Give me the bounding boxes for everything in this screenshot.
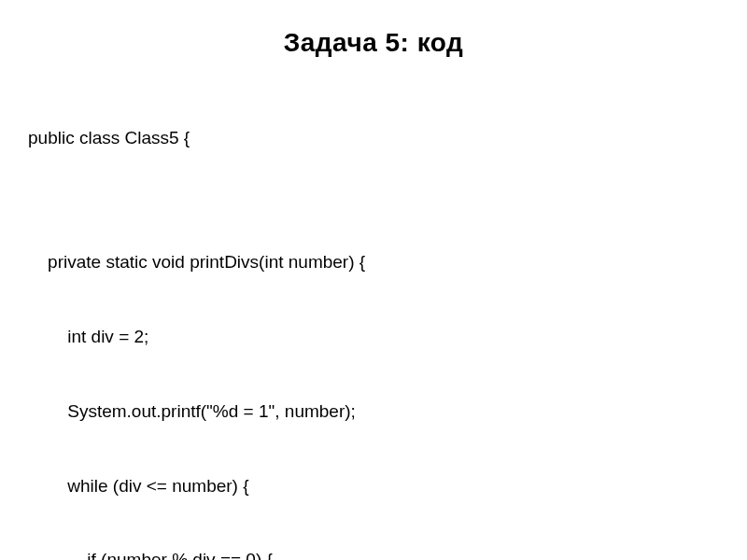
- slide-title: Задача 5: код: [28, 28, 719, 58]
- code-line: while (div <= number) {: [28, 474, 719, 499]
- code-line: if (number % div == 0) {: [28, 548, 719, 560]
- code-block: public class Class5 { private static voi…: [28, 77, 719, 560]
- code-line: public class Class5 {: [28, 126, 719, 151]
- code-line: System.out.printf("%d = 1", number);: [28, 399, 719, 425]
- slide-container: Задача 5: код public class Class5 { priv…: [0, 0, 747, 560]
- code-line: int div = 2;: [28, 325, 719, 350]
- code-line: private static void printDivs(int number…: [28, 250, 719, 275]
